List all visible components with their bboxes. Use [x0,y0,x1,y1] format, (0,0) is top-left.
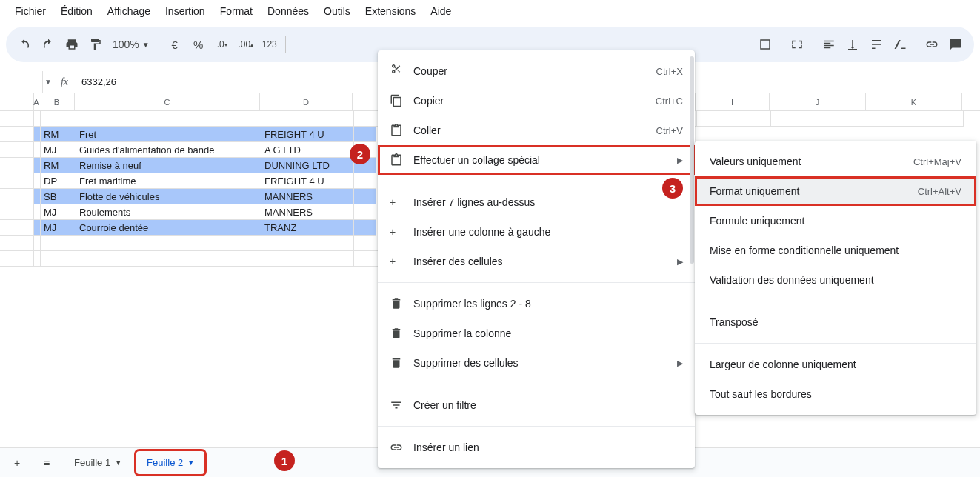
currency-button[interactable]: € [164,33,186,56]
sub-values-only[interactable]: Valeurs uniquement Ctrl+Maj+V [695,147,976,176]
cell[interactable]: A G LTD [261,142,354,158]
name-box[interactable] [0,71,43,93]
col-header-j[interactable]: J [770,93,866,110]
cell[interactable] [261,236,354,251]
cell[interactable]: MJ [41,220,76,236]
comment-button[interactable] [944,33,967,56]
cell[interactable] [34,220,41,236]
ctx-link[interactable]: Insérer un lien [378,433,695,462]
cell[interactable]: MJ [41,142,76,158]
cell[interactable]: SB [41,189,76,204]
cell[interactable] [34,127,41,142]
sheet-tab-2[interactable]: Feuille 2 ▼ [138,453,203,473]
col-header-a[interactable]: A [34,93,39,110]
cell[interactable] [41,111,76,127]
sub-formula-only[interactable]: Formule uniquement [695,206,976,236]
row-header[interactable] [0,127,34,142]
cell[interactable]: Courroie dentée [76,220,261,236]
sub-transpose[interactable]: Transposé [695,307,976,337]
menu-data[interactable]: Données [260,2,316,20]
print-button[interactable] [61,33,83,56]
menu-insert[interactable]: Insertion [158,2,213,20]
sub-colwidth[interactable]: Largeur de colonne uniquement [695,350,976,379]
menu-help[interactable]: Aide [423,2,459,20]
col-header-d[interactable]: D [260,93,353,110]
cell[interactable] [41,251,76,267]
add-sheet-button[interactable]: + [6,452,28,474]
ctx-insert-rows[interactable]: + Insérer 7 lignes au-dessus [378,187,695,217]
cell[interactable] [34,142,41,158]
ctx-insert-col[interactable]: + Insérer une colonne à gauche [378,217,695,247]
ctx-insert-cells[interactable]: + Insérer des cellules ▶ [378,247,695,276]
cell[interactable] [354,204,376,220]
row-header[interactable] [0,189,34,204]
cell[interactable]: Fret [76,127,261,142]
undo-button[interactable] [13,33,36,56]
zoom-dropdown[interactable]: 100%▼ [108,39,154,50]
col-header-b[interactable]: B [39,93,75,110]
col-header-k[interactable]: K [866,93,962,110]
col-header-i[interactable]: I [696,93,770,110]
cell[interactable]: TRANZ [261,220,354,236]
context-scrollbar[interactable] [689,50,695,468]
cell[interactable]: DP [41,173,76,189]
valign-button[interactable] [841,33,864,56]
menu-extensions[interactable]: Extensions [358,2,423,20]
wrap-button[interactable] [865,33,887,56]
sub-cond-format[interactable]: Mise en forme conditionnelle uniquement [695,236,976,265]
menu-file[interactable]: Fichier [7,2,53,20]
cell[interactable]: Roulements [76,204,261,220]
ctx-cut[interactable]: Couper Ctrl+X [378,56,695,86]
cell[interactable] [261,111,354,127]
cell[interactable] [34,251,41,267]
font-button[interactable] [290,33,335,56]
borders-button[interactable] [754,33,776,56]
menu-tools[interactable]: Outils [316,2,358,20]
row-header[interactable] [0,158,34,173]
cell[interactable]: Guides d'alimentation de bande [76,142,261,158]
row-header[interactable] [0,111,34,127]
halign-button[interactable] [818,33,840,56]
formula-value[interactable]: 6332,26 [76,76,116,87]
col-header-c[interactable]: C [75,93,260,110]
name-box-arrow[interactable]: ▼ [43,78,53,86]
ctx-delete-col[interactable]: Supprimer la colonne [378,318,695,348]
sub-noborders[interactable]: Tout sauf les bordures [695,379,976,409]
cell[interactable] [867,111,964,127]
row-header[interactable] [0,142,34,158]
ctx-paste[interactable]: Coller Ctrl+V [378,116,695,145]
cell[interactable] [354,220,376,236]
increase-decimal-button[interactable]: .00▴ [235,33,257,56]
sub-validation[interactable]: Validation des données uniquement [695,265,976,295]
row-header[interactable] [0,220,34,236]
cell[interactable] [261,251,354,267]
all-sheets-button[interactable]: ≡ [36,452,58,474]
cell[interactable]: RM [41,127,76,142]
menu-format[interactable]: Format [213,2,260,20]
cell[interactable] [34,158,41,173]
sub-format-only[interactable]: Format uniquement Ctrl+Alt+V [695,176,976,206]
cell[interactable] [771,111,867,127]
cell[interactable]: MANNERS [261,189,354,204]
cell[interactable] [34,111,41,127]
cell[interactable] [34,236,41,251]
cell[interactable] [76,251,261,267]
cell[interactable]: Fret maritime [76,173,261,189]
cell[interactable]: MANNERS [261,204,354,220]
cell[interactable]: Remise à neuf [76,158,261,173]
cell[interactable] [76,111,261,127]
cell[interactable] [34,204,41,220]
cell[interactable] [354,127,376,142]
cell[interactable] [697,111,771,127]
link-button[interactable] [921,33,943,56]
cell[interactable] [76,236,261,251]
cell[interactable]: FREIGHT 4 U [261,173,354,189]
ctx-filter[interactable]: Créer un filtre [378,390,695,420]
cell[interactable]: Flotte de véhicules [76,189,261,204]
cell[interactable]: DUNNING LTD [261,158,354,173]
rotate-button[interactable] [889,33,911,56]
cell[interactable] [41,236,76,251]
row-header[interactable] [0,251,34,267]
paint-format-button[interactable] [84,33,107,56]
menu-edit[interactable]: Édition [53,2,100,20]
